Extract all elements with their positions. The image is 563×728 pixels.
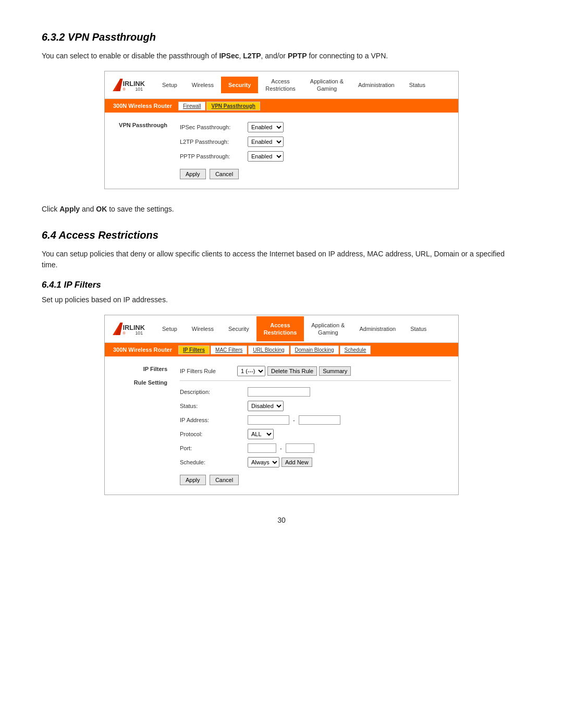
pptp-label: PPTP Passthrough: (180, 153, 248, 159)
ip-address-input-1[interactable] (248, 415, 289, 425)
ip-filters-rule-control: 1 (---) Delete This Rule Summary (237, 366, 351, 376)
sub-bar-1: 300N Wireless Router Firewall VPN Passth… (105, 99, 458, 113)
sub-tab-ipfilters[interactable]: IP Filters (178, 346, 210, 354)
pptp-control: Enabled Disabled (248, 151, 284, 162)
svg-text:101: 101 (135, 87, 143, 92)
rule-setting-label: Rule Setting (110, 379, 167, 386)
sub-bar-2: 300N Wireless Router IP Filters MAC Filt… (105, 343, 458, 356)
nav-tab-setup-2[interactable]: Setup (155, 320, 185, 337)
description-label: Description: (180, 389, 248, 395)
section-641-intro: Set up policies based on IP addresses. (42, 294, 521, 305)
nav-tab-status-2[interactable]: Status (403, 320, 434, 337)
pptp-row: PPTP Passthrough: Enabled Disabled (180, 151, 451, 162)
ip-address-row: IP Address: - (180, 415, 451, 425)
router-ui-vpn: IRLINK ® 101 Setup Wireless Security Acc… (104, 71, 459, 189)
router-label-2: 300N Wireless Router (109, 347, 176, 353)
sub-tab-vpn-1[interactable]: VPN Passthrough (206, 102, 260, 110)
ip-address-control: - (248, 415, 340, 425)
schedule-row: Schedule: Always Add New (180, 457, 451, 467)
pptp-select[interactable]: Enabled Disabled (248, 151, 284, 162)
svg-text:®: ® (123, 331, 126, 336)
router-ui-ipfilters: IRLINK ® 101 Setup Wireless Security Acc… (104, 315, 459, 495)
nav-tab-admin-1[interactable]: Administration (351, 77, 402, 93)
port-input-1[interactable] (248, 443, 276, 453)
ip-filters-rule-row: IP Filters Rule 1 (---) Delete This Rule… (180, 366, 451, 381)
nav-tab-status-1[interactable]: Status (402, 77, 433, 93)
svg-text:101: 101 (135, 330, 143, 336)
nav-tab-wireless-1[interactable]: Wireless (185, 77, 221, 93)
port-separator: - (280, 445, 282, 451)
section-641-title: 6.4.1 IP Filters (42, 280, 521, 290)
ipsec-row: IPSec Passthrough: Enabled Disabled (180, 122, 451, 132)
nav-bar-2: IRLINK ® 101 Setup Wireless Security Acc… (105, 315, 458, 343)
ip-address-input-2[interactable] (299, 415, 340, 425)
logo-1: IRLINK ® 101 (105, 71, 155, 98)
port-input-2[interactable] (286, 443, 314, 453)
svg-marker-6 (115, 323, 123, 335)
section-64-intro: You can setup policies that deny or allo… (42, 249, 521, 270)
nav-bar-1: IRLINK ® 101 Setup Wireless Security Acc… (105, 71, 458, 99)
summary-button[interactable]: Summary (319, 366, 351, 376)
port-control: - (248, 443, 314, 453)
schedule-control: Always Add New (248, 457, 312, 467)
airlink-logo-1: IRLINK ® 101 (111, 76, 149, 94)
sub-tab-schedule[interactable]: Schedule (340, 346, 371, 354)
add-new-button[interactable]: Add New (282, 458, 312, 467)
description-input[interactable] (248, 387, 310, 397)
sub-tab-macfilters[interactable]: MAC Filters (211, 346, 247, 354)
section-64-title: 6.4 Access Restrictions (42, 229, 521, 241)
sidebar-2: IP Filters Rule Setting (105, 362, 173, 489)
nav-tab-gaming-2[interactable]: Application &Gaming (304, 316, 352, 342)
port-label: Port: (180, 445, 248, 451)
nav-tab-gaming-1[interactable]: Application &Gaming (303, 72, 351, 98)
nav-tab-access-2[interactable]: AccessRestrictions (256, 316, 304, 342)
logo-2: IRLINK ® 101 (105, 315, 155, 342)
content-area-2: IP Filters Rule Setting IP Filters Rule … (105, 356, 458, 495)
click-apply-text: Click Apply and OK to save the settings. (42, 204, 521, 215)
sub-bar-tabs-1: Firewall VPN Passthrough (178, 102, 261, 110)
sub-bar-tabs-2: IP Filters MAC Filters URL Blocking Doma… (178, 346, 372, 354)
schedule-select[interactable]: Always (248, 457, 279, 467)
ip-filters-rule-select[interactable]: 1 (---) (237, 366, 265, 376)
ipsec-select[interactable]: Enabled Disabled (248, 122, 284, 132)
sidebar-title-2: IP Filters (110, 366, 167, 372)
nav-tab-security-2[interactable]: Security (221, 320, 256, 337)
status-label: Status: (180, 403, 248, 409)
protocol-label: Protocol: (180, 431, 248, 437)
sub-tab-domainblocking[interactable]: Domain Blocking (290, 346, 339, 354)
section-632-title: 6.3.2 VPN Passthrough (42, 31, 521, 43)
nav-tab-access-1[interactable]: AccessRestrictions (258, 72, 302, 98)
nav-tab-security-1[interactable]: Security (221, 77, 258, 93)
nav-tabs-1: Setup Wireless Security AccessRestrictio… (155, 71, 458, 98)
l2tp-select[interactable]: Enabled Disabled (248, 137, 284, 147)
router-label-1: 300N Wireless Router (109, 103, 176, 109)
nav-tab-admin-2[interactable]: Administration (352, 320, 403, 337)
protocol-row: Protocol: ALL TCP UDP (180, 429, 451, 439)
protocol-select[interactable]: ALL TCP UDP (248, 429, 274, 439)
ip-filters-rule-label: IP Filters Rule (180, 368, 237, 374)
sidebar-title-1: VPN Passthrough (119, 122, 167, 128)
delete-rule-button[interactable]: Delete This Rule (267, 366, 317, 376)
status-select[interactable]: Disabled Enabled (248, 401, 284, 411)
port-row: Port: - (180, 443, 451, 453)
vpn-apply-button[interactable]: Apply (180, 169, 206, 179)
l2tp-control: Enabled Disabled (248, 137, 284, 147)
airlink-logo-2: IRLINK ® 101 (111, 319, 149, 338)
nav-tab-wireless-2[interactable]: Wireless (185, 320, 221, 337)
main-content-2: IP Filters Rule 1 (---) Delete This Rule… (173, 362, 458, 489)
sub-tab-firewall-1[interactable]: Firewall (178, 102, 205, 110)
ipsec-control: Enabled Disabled (248, 122, 284, 132)
ip-address-label: IP Address: (180, 417, 248, 423)
svg-text:®: ® (123, 87, 126, 92)
sub-tab-urlblocking[interactable]: URL Blocking (248, 346, 289, 354)
description-row: Description: (180, 387, 451, 397)
content-area-1: VPN Passthrough IPSec Passthrough: Enabl… (105, 113, 458, 189)
ipsec-label: IPSec Passthrough: (180, 124, 248, 130)
status-row: Status: Disabled Enabled (180, 401, 451, 411)
ipfilters-button-row: Apply Cancel (180, 475, 451, 485)
ip-separator: - (293, 417, 295, 423)
nav-tab-setup-1[interactable]: Setup (155, 77, 185, 93)
ipfilters-cancel-button[interactable]: Cancel (210, 475, 239, 485)
ipfilters-apply-button[interactable]: Apply (180, 475, 206, 485)
vpn-cancel-button[interactable]: Cancel (210, 169, 239, 179)
